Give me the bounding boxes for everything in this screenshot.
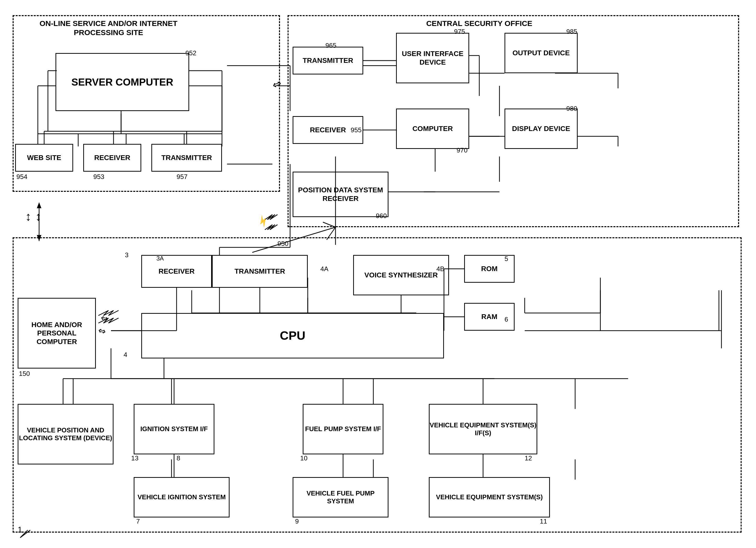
ref-957: 957 bbox=[177, 173, 187, 181]
output-device-box: OUTPUT DEVICE bbox=[505, 33, 578, 73]
server-computer-box: SERVER COMPUTER bbox=[55, 53, 189, 111]
home-personal-computer-box: HOME AND/OR PERSONAL COMPUTER bbox=[18, 298, 96, 369]
vehicle-position-box: VEHICLE POSITION AND LOCATING SYSTEM (DE… bbox=[18, 404, 114, 465]
ref-9: 9 bbox=[295, 517, 299, 525]
updown-arrows-2: ↕ bbox=[35, 209, 41, 223]
transmitter-965-box: TRANSMITTER bbox=[293, 47, 363, 74]
online-service-label: ON-LINE SERVICE AND/OR INTERNET PROCESSI… bbox=[20, 19, 197, 37]
updown-arrows: ↕ bbox=[25, 209, 31, 223]
ref-4b: 4B bbox=[436, 265, 444, 273]
ref-952: 952 bbox=[185, 49, 196, 57]
ref-985: 985 bbox=[566, 28, 577, 36]
vehicle-ignition-box: VEHICLE IGNITION SYSTEM bbox=[134, 477, 230, 517]
ignition-if-box: IGNITION SYSTEM I/F bbox=[134, 404, 214, 454]
receiver-3-box: RECEIVER bbox=[141, 255, 212, 288]
user-interface-device-box: USER INTERFACE DEVICE bbox=[396, 33, 469, 83]
ref-150: 150 bbox=[19, 370, 30, 378]
transmitter-957-box: TRANSMITTER bbox=[151, 144, 222, 172]
vehicle-equip-if-box: VEHICLE EQUIPMENT SYSTEM(S) I/F(S) bbox=[429, 404, 537, 454]
ref-1: 1 bbox=[18, 525, 22, 534]
cpu-box: CPU bbox=[141, 313, 444, 359]
lightning-950: ⚡ bbox=[255, 213, 271, 229]
ref-12: 12 bbox=[525, 454, 532, 462]
web-site-box: WEB SITE bbox=[15, 144, 73, 172]
computer-970-box: COMPUTER bbox=[396, 108, 469, 149]
ref-6: 6 bbox=[505, 316, 508, 323]
ref-953: 953 bbox=[93, 173, 104, 181]
ref-965: 965 bbox=[325, 42, 336, 49]
ref-11: 11 bbox=[540, 517, 547, 525]
fuel-pump-if-box: FUEL PUMP SYSTEM I/F bbox=[303, 404, 383, 454]
ref-10: 10 bbox=[300, 454, 307, 462]
ref-960: 960 bbox=[376, 212, 387, 220]
ref-950: 950 bbox=[277, 240, 288, 247]
central-security-label: CENTRAL SECURITY OFFICE bbox=[391, 19, 568, 28]
transmitter-main-box: TRANSMITTER bbox=[212, 255, 308, 288]
ref-980: 980 bbox=[566, 105, 577, 113]
ref-5: 5 bbox=[505, 255, 508, 263]
ref-13: 13 bbox=[131, 454, 138, 462]
vehicle-fuel-pump-box: VEHICLE FUEL PUMP SYSTEM bbox=[293, 477, 388, 517]
ref-954: 954 bbox=[16, 173, 27, 181]
receiver-953-box: RECEIVER bbox=[83, 144, 141, 172]
ref-8: 8 bbox=[177, 454, 180, 462]
ref-4: 4 bbox=[124, 351, 127, 359]
ref-970: 970 bbox=[457, 146, 467, 154]
ref-7: 7 bbox=[136, 517, 140, 525]
ref-3a: 3A bbox=[156, 255, 164, 262]
display-device-box: DISPLAY DEVICE bbox=[505, 108, 578, 149]
voice-synthesizer-box: VOICE SYNTHESIZER bbox=[353, 255, 449, 295]
position-data-receiver-box: POSITION DATA SYSTEM RECEIVER bbox=[293, 172, 388, 217]
ref-975: 975 bbox=[454, 28, 465, 36]
vehicle-equipment-box: VEHICLE EQUIPMENT SYSTEM(S) bbox=[429, 477, 550, 517]
ref-4a: 4A bbox=[320, 265, 328, 273]
ref-3: 3 bbox=[125, 251, 128, 259]
ref-955: 955 bbox=[351, 126, 361, 134]
